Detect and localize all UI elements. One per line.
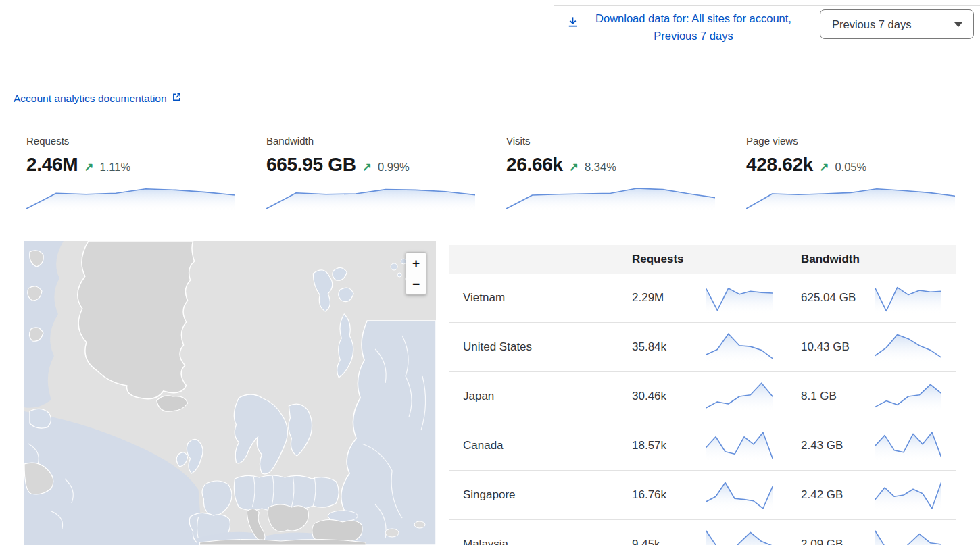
requests-value: 30.46k bbox=[618, 390, 706, 403]
country-name: Malaysia bbox=[449, 538, 618, 545]
stat-label: Bandwidth bbox=[266, 135, 475, 147]
stat-sparkline bbox=[746, 182, 955, 211]
stat-sparkline bbox=[506, 182, 715, 211]
bandwidth-sparkline bbox=[875, 380, 941, 413]
bandwidth-value: 10.43 GB bbox=[787, 340, 875, 354]
country-name: United States bbox=[449, 340, 618, 354]
stat-value: 665.95 GB bbox=[266, 154, 356, 176]
table-row: Vietnam 2.29M 625.04 GB bbox=[449, 274, 956, 323]
stat-delta: 1.11% bbox=[100, 161, 131, 174]
requests-value: 35.84k bbox=[618, 340, 706, 354]
table-row: Singapore 16.76k 2.42 GB bbox=[449, 471, 956, 520]
stat-label: Visits bbox=[506, 135, 715, 147]
date-range-select[interactable]: Previous 7 days bbox=[820, 9, 974, 39]
table-row: Japan 30.46k 8.1 GB bbox=[449, 372, 956, 421]
date-range-value: Previous 7 days bbox=[832, 18, 911, 31]
column-header-requests: Requests bbox=[618, 253, 706, 266]
stat-label: Requests bbox=[26, 135, 235, 147]
trend-up-icon: ↗ bbox=[362, 160, 372, 174]
bandwidth-value: 8.1 GB bbox=[787, 390, 875, 403]
world-map-graphic bbox=[24, 241, 436, 545]
bandwidth-value: 625.04 GB bbox=[787, 291, 875, 305]
table-row: United States 35.84k 10.43 GB bbox=[449, 323, 956, 372]
country-name: Vietnam bbox=[449, 291, 618, 305]
requests-value: 16.76k bbox=[618, 488, 706, 502]
bandwidth-sparkline bbox=[875, 430, 941, 462]
bandwidth-sparkline bbox=[875, 331, 941, 363]
requests-sparkline bbox=[706, 528, 773, 545]
download-data-link[interactable]: Download data for: All sites for account… bbox=[566, 9, 801, 45]
account-analytics-doc-link[interactable]: Account analytics documentation bbox=[14, 92, 182, 105]
stat-card-bandwidth: Bandwidth 665.95 GB ↗ 0.99% bbox=[266, 135, 475, 211]
country-name: Japan bbox=[449, 390, 618, 403]
bandwidth-sparkline bbox=[875, 479, 941, 511]
stat-card-requests: Requests 2.46M ↗ 1.11% bbox=[26, 135, 235, 211]
stat-sparkline bbox=[266, 182, 475, 211]
bandwidth-value: 2.42 GB bbox=[787, 488, 875, 502]
map-zoom-control: + − bbox=[406, 252, 426, 295]
country-name: Singapore bbox=[449, 488, 618, 502]
requests-value: 9.45k bbox=[618, 538, 706, 545]
stat-value: 2.46M bbox=[26, 154, 78, 176]
bandwidth-value: 2.43 GB bbox=[787, 439, 875, 452]
chevron-down-icon bbox=[954, 22, 962, 27]
map-zoom-out-button[interactable]: − bbox=[406, 274, 426, 294]
download-data-label: Download data for: All sites for account… bbox=[586, 9, 801, 45]
table-header: Requests Bandwidth bbox=[449, 245, 956, 274]
doc-link-label: Account analytics documentation bbox=[14, 93, 167, 105]
requests-sparkline bbox=[706, 331, 773, 363]
table-row: Canada 18.57k 2.43 GB bbox=[449, 421, 956, 471]
top-bar: Download data for: All sites for account… bbox=[554, 5, 980, 45]
map-zoom-in-button[interactable]: + bbox=[406, 253, 426, 274]
bandwidth-sparkline bbox=[875, 282, 941, 314]
column-header-bandwidth: Bandwidth bbox=[787, 253, 875, 266]
trend-up-icon: ↗ bbox=[84, 160, 93, 174]
stat-card-page-views: Page views 428.62k ↗ 0.05% bbox=[746, 135, 955, 211]
requests-sparkline bbox=[706, 380, 773, 413]
requests-value: 18.57k bbox=[618, 439, 706, 452]
country-name: Canada bbox=[449, 439, 618, 452]
stat-card-visits: Visits 26.66k ↗ 8.34% bbox=[506, 135, 715, 211]
bandwidth-value: 2.09 GB bbox=[787, 538, 875, 545]
external-link-icon bbox=[172, 92, 182, 105]
table-row: Malaysia 9.45k 2.09 GB bbox=[449, 520, 956, 545]
requests-value: 2.29M bbox=[618, 291, 706, 305]
stat-value: 428.62k bbox=[746, 154, 813, 176]
stat-value: 26.66k bbox=[506, 154, 563, 176]
requests-sparkline bbox=[706, 430, 773, 462]
requests-sparkline bbox=[706, 282, 773, 314]
stat-sparkline bbox=[26, 182, 235, 211]
bandwidth-sparkline bbox=[875, 528, 941, 545]
world-map[interactable]: + − bbox=[24, 241, 436, 545]
stat-delta: 8.34% bbox=[585, 161, 616, 174]
stat-delta: 0.99% bbox=[378, 161, 410, 174]
stat-delta: 0.05% bbox=[835, 161, 866, 174]
requests-sparkline bbox=[706, 479, 773, 511]
download-icon bbox=[566, 16, 579, 31]
trend-up-icon: ↗ bbox=[819, 160, 829, 174]
stat-label: Page views bbox=[746, 135, 955, 147]
country-analytics-table: Requests Bandwidth Vietnam 2.29M 625.04 … bbox=[449, 245, 956, 545]
trend-up-icon: ↗ bbox=[569, 160, 579, 174]
overview-stat-cards: Requests 2.46M ↗ 1.11% Bandwidth 665.95 … bbox=[26, 135, 955, 211]
